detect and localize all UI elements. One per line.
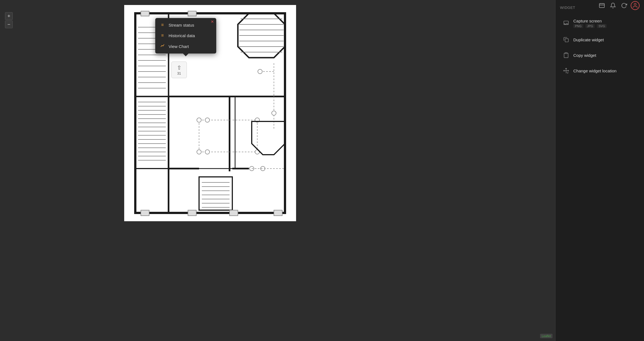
refresh-toolbar-icon[interactable] (620, 1, 628, 10)
capture-screen-icon (562, 19, 570, 27)
svg-rect-0 (599, 4, 604, 8)
svg-point-34 (197, 118, 201, 122)
svg-rect-81 (565, 39, 568, 42)
historical-data-icon: ≡ (160, 33, 165, 38)
duplicate-widget-label: Duplicate widget (573, 37, 637, 42)
capture-jpg-badge: JPG (586, 24, 595, 28)
capture-screen-content: Capture screen PNG JPG SVG (573, 19, 637, 28)
change-widget-location-item[interactable]: Change widget location (560, 63, 640, 78)
duplicate-widget-content: Duplicate widget (573, 37, 637, 42)
svg-point-41 (258, 69, 262, 74)
change-location-label: Change widget location (573, 68, 637, 73)
sensor-widget-icon: ⇧ (177, 64, 182, 71)
svg-rect-57 (274, 210, 282, 216)
change-location-content: Change widget location (573, 68, 637, 73)
leaflet-logo: Leaflet (542, 334, 551, 338)
copy-widget-icon (562, 51, 570, 59)
svg-rect-56 (230, 210, 238, 216)
screenshot-toolbar-icon[interactable] (597, 1, 606, 10)
svg-point-37 (197, 150, 201, 154)
capture-screen-item[interactable]: Capture screen PNG JPG SVG (560, 15, 640, 31)
copy-widget-content: Copy widget (573, 53, 637, 58)
svg-point-1 (634, 3, 636, 5)
duplicate-widget-icon (562, 36, 570, 44)
sensor-widget[interactable]: ⇧ 31 (171, 62, 187, 78)
popup-arrow (183, 54, 189, 56)
duplicate-widget-item[interactable]: Duplicate widget (560, 32, 640, 47)
svg-rect-58 (141, 11, 149, 16)
capture-svg-badge: SVG (597, 24, 607, 28)
view-chart-icon (160, 44, 165, 49)
svg-point-40 (272, 111, 276, 115)
stream-status-label: Stream status (169, 23, 194, 27)
capture-screen-label: Capture screen (573, 19, 637, 23)
copy-widget-item[interactable]: Copy widget (560, 48, 640, 62)
change-location-icon (562, 67, 570, 75)
svg-rect-82 (565, 53, 567, 54)
top-toolbar (593, 0, 644, 11)
svg-point-38 (205, 150, 210, 154)
popup-close-button[interactable]: ✕ (211, 20, 214, 24)
leaflet-attribution: Leaflet (540, 334, 553, 338)
popup-stream-status-item[interactable]: ≡ Stream status (155, 20, 216, 30)
right-panel: Widget Capture screen PNG JPG SVG (555, 0, 644, 341)
zoom-in-button[interactable]: + (5, 12, 13, 20)
popup-historical-data-item[interactable]: ≡ Historical data (155, 30, 216, 41)
user-toolbar-icon[interactable] (631, 1, 640, 10)
popup-view-chart-item[interactable]: View Chart (155, 41, 216, 52)
svg-rect-54 (141, 210, 149, 216)
notification-toolbar-icon[interactable] (609, 1, 617, 10)
popup-menu: ✕ ≡ Stream status ≡ Historical data View… (155, 18, 216, 54)
capture-screen-sublabels: PNG JPG SVG (573, 24, 637, 28)
view-chart-label: View Chart (169, 44, 189, 49)
zoom-controls: + − (5, 12, 13, 28)
svg-point-35 (205, 118, 210, 122)
stream-status-icon: ≡ (160, 22, 165, 27)
copy-widget-label: Copy widget (573, 53, 637, 58)
svg-rect-59 (188, 11, 196, 16)
historical-data-label: Historical data (169, 33, 195, 38)
capture-png-badge: PNG (573, 24, 583, 28)
svg-rect-55 (188, 210, 196, 216)
zoom-out-button[interactable]: − (5, 21, 13, 28)
sensor-widget-value: 31 (177, 72, 181, 75)
